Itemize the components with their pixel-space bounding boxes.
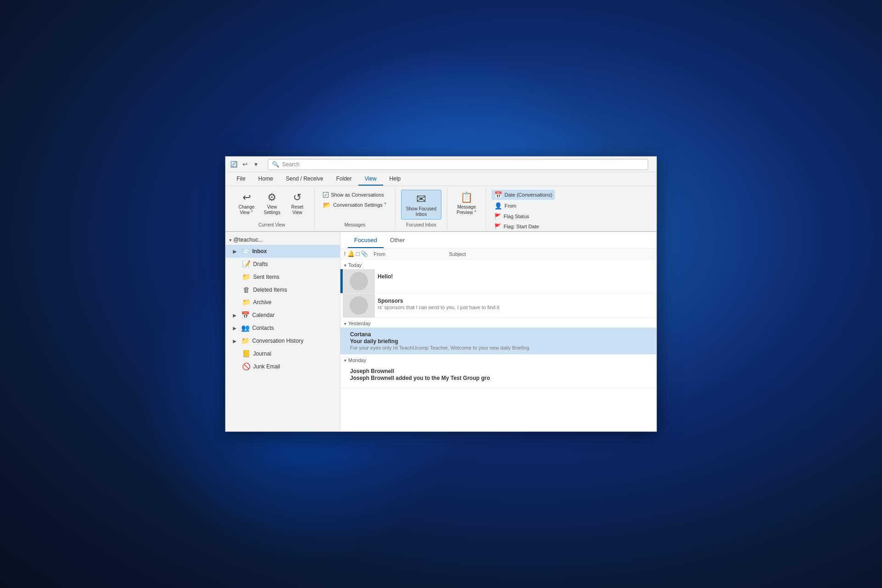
date-group-today[interactable]: ▾ Today [340, 260, 656, 269]
conversations-checkbox[interactable]: ✓ [323, 192, 328, 198]
email-subject: Hello! [378, 273, 654, 280]
email-row[interactable]: Cortana Your daily briefing For your eye… [340, 328, 656, 355]
deleted-label: Deleted Items [253, 287, 287, 293]
focused-inbox-group-label: Focused Inbox [401, 222, 441, 227]
focused-inbox-icon: ✉ [416, 192, 426, 206]
contacts-folder-icon: 👥 [241, 324, 249, 332]
undo-icon[interactable]: ↩ [240, 160, 249, 169]
sidebar-item-archive[interactable]: 📁 Archive [226, 296, 340, 309]
conversation-settings-icon: 📂 [323, 201, 331, 209]
arrangement-content: 📅 Date (Conversations) 👤 From 🚩 Flag Sta… [492, 190, 555, 231]
sidebar-item-junk[interactable]: 🚫 Junk Email [226, 360, 340, 373]
date-icon: 📅 [494, 191, 502, 198]
email-row[interactable]: Sponsors rs' sponsors that I can send to… [340, 294, 656, 318]
today-group-label: Today [348, 262, 362, 268]
email-info: Sponsors rs' sponsors that I can send to… [375, 294, 656, 317]
ribbon-group-focused-inbox: ✉ Show FocusedInbox Focused Inbox [396, 188, 447, 229]
sidebar-item-calendar[interactable]: ▶ 📅 Calendar [226, 309, 340, 322]
quick-access-toolbar: 🔄 ↩ ▾ [229, 160, 260, 169]
sidebar-item-sent[interactable]: 📁 Sent Items [226, 271, 340, 283]
inbox-expand-icon: ▶ [233, 249, 238, 254]
yesterday-group-label: Yesterday [348, 321, 371, 326]
calendar-label: Calendar [252, 312, 275, 318]
message-preview-button[interactable]: 📋 MessagePreview ˅ [453, 190, 480, 217]
monday-group-label: Monday [348, 357, 366, 363]
arrange-date-label: Date (Conversations) [504, 192, 552, 198]
drafts-label: Drafts [253, 261, 268, 267]
journal-label: Journal [253, 351, 271, 357]
tab-home[interactable]: Home [252, 173, 279, 186]
yesterday-group-arrow: ▾ [344, 321, 346, 326]
tab-file[interactable]: File [230, 173, 252, 186]
messages-content: ✓ Show as Conversations 📂 Conversation S… [320, 190, 390, 221]
change-view-button[interactable]: ↩ ChangeView ˅ [235, 190, 258, 217]
conversation-settings-button[interactable]: 📂 Conversation Settings ˅ [320, 200, 390, 210]
message-preview-content: 📋 MessagePreview ˅ [453, 190, 480, 226]
sidebar-item-convhistory[interactable]: ▶ 📁 Conversation History [226, 334, 340, 347]
arrange-from-label: From [504, 203, 516, 209]
email-subject: Your daily briefing [350, 338, 654, 345]
view-settings-button[interactable]: ⚙ ViewSettings [260, 190, 284, 217]
tab-send-receive[interactable]: Send / Receive [279, 173, 329, 186]
date-group-monday[interactable]: ▾ Monday [340, 355, 656, 364]
ribbon-tabs: File Home Send / Receive Folder View Hel… [226, 172, 656, 186]
date-group-yesterday[interactable]: ▾ Yesterday [340, 318, 656, 328]
search-input-placeholder: Search [282, 161, 300, 168]
email-preview: rs' sponsors that I can send to you. I j… [378, 305, 654, 310]
ribbon-group-current-view: ↩ ChangeView ˅ ⚙ ViewSettings ↺ ResetVie… [229, 188, 315, 229]
tab-view[interactable]: View [358, 173, 383, 186]
email-row[interactable]: Joseph Brownell Joseph Brownell added yo… [340, 364, 656, 388]
content-area: Focused Other ! 🔔 □ 📎 From Subject ▾ [340, 232, 656, 431]
avatar-image [350, 272, 368, 290]
tab-focused[interactable]: Focused [348, 232, 384, 248]
email-info: Hello! [375, 269, 656, 293]
drafts-folder-icon: 📝 [242, 260, 250, 268]
customize-qat-icon[interactable]: ▾ [251, 160, 260, 169]
current-view-group-label: Current View [235, 222, 309, 227]
messages-small-group: ✓ Show as Conversations 📂 Conversation S… [320, 190, 390, 211]
reset-view-button[interactable]: ↺ ResetView [286, 190, 309, 217]
calendar-folder-icon: 📅 [241, 311, 249, 319]
avatar-image [350, 296, 368, 315]
reset-view-label: ResetView [291, 204, 303, 215]
sidebar: ▾ @teachuc... ▶ 📨 Inbox 📝 Drafts 📁 Sent … [226, 232, 340, 431]
sent-label: Sent Items [253, 274, 279, 280]
archive-label: Archive [253, 299, 271, 305]
tab-help[interactable]: Help [383, 173, 407, 186]
calendar-expand-icon: ▶ [233, 313, 238, 318]
from-column-header: From [373, 251, 447, 257]
account-header[interactable]: ▾ @teachuc... [226, 235, 340, 245]
account-expand-icon: ▾ [229, 237, 232, 243]
tab-folder[interactable]: Folder [330, 173, 358, 186]
flagstart-icon: 🚩 [494, 223, 501, 230]
arrange-flagstart-label: Flag: Start Date [503, 224, 539, 229]
reset-view-icon: ↺ [293, 192, 301, 204]
search-bar[interactable]: 🔍 Search [268, 159, 648, 170]
junk-folder-icon: 🚫 [242, 362, 250, 371]
current-view-buttons: ↩ ChangeView ˅ ⚙ ViewSettings ↺ ResetVie… [235, 190, 309, 221]
refresh-icon[interactable]: 🔄 [229, 160, 238, 169]
arrange-date-button[interactable]: 📅 Date (Conversations) [492, 190, 555, 200]
arrange-flagstatus-button[interactable]: 🚩 Flag Status [492, 212, 555, 221]
inbox-tabs: Focused Other [340, 232, 656, 249]
arrange-flagstart-button[interactable]: 🚩 Flag: Start Date [492, 222, 555, 231]
sidebar-item-drafts[interactable]: 📝 Drafts [226, 258, 340, 271]
sidebar-item-inbox[interactable]: ▶ 📨 Inbox [226, 245, 340, 258]
outlook-window: 🔄 ↩ ▾ 🔍 Search File Home Send / Receive … [225, 156, 657, 432]
email-row[interactable]: Hello! [340, 269, 656, 294]
email-list: ▾ Today Hello! [340, 260, 656, 431]
arrange-from-button[interactable]: 👤 From [492, 201, 555, 211]
sidebar-item-deleted[interactable]: 🗑 Deleted Items [226, 283, 340, 296]
tab-other[interactable]: Other [384, 232, 412, 248]
email-avatar [343, 269, 375, 293]
search-icon: 🔍 [272, 161, 279, 168]
sidebar-item-contacts[interactable]: ▶ 👥 Contacts [226, 322, 340, 334]
ribbon-group-message-preview: 📋 MessagePreview ˅ [447, 188, 486, 229]
title-bar: 🔄 ↩ ▾ 🔍 Search [226, 157, 656, 172]
show-focused-inbox-button[interactable]: ✉ Show FocusedInbox [401, 190, 441, 220]
importance-header-icon: ! [344, 250, 346, 257]
contacts-expand-icon: ▶ [233, 326, 238, 331]
show-as-conversations-button[interactable]: ✓ Show as Conversations [320, 191, 390, 199]
junk-label: Junk Email [253, 363, 280, 370]
sidebar-item-journal[interactable]: 📒 Journal [226, 347, 340, 360]
